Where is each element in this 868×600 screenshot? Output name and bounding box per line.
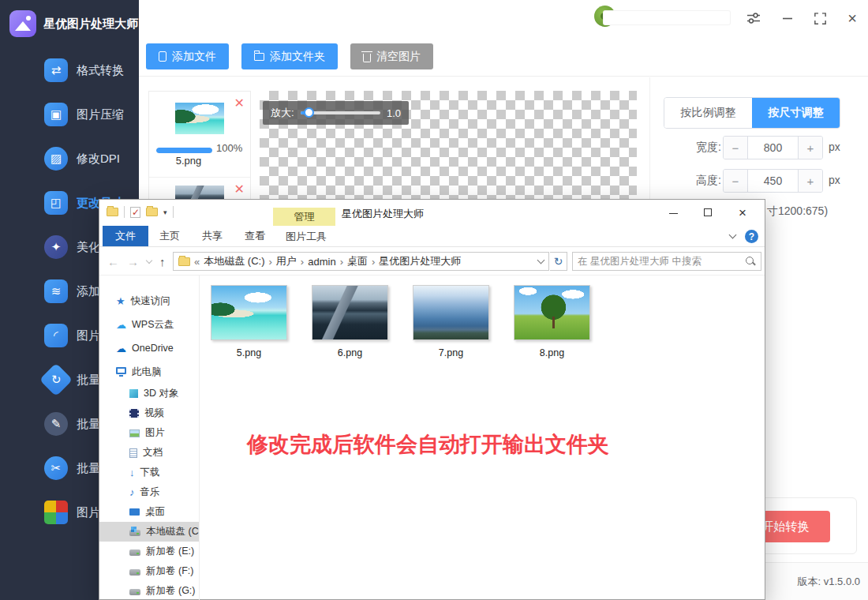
- add-folder-label: 添加文件夹: [270, 50, 325, 64]
- file-tile-7png[interactable]: 7.png: [413, 285, 489, 358]
- explorer-close-icon[interactable]: ×: [725, 205, 760, 221]
- breadcrumb-prefix: «: [194, 256, 200, 268]
- list-item[interactable]: ✕ 100% 5.png: [149, 92, 250, 177]
- tab-size-resize[interactable]: 按尺寸调整: [752, 98, 840, 128]
- history-dropdown-icon[interactable]: [146, 257, 152, 263]
- image-compress-icon: ▣: [44, 103, 68, 126]
- ribbon-collapse-icon[interactable]: [729, 231, 737, 239]
- back-arrow-icon[interactable]: ←: [107, 255, 119, 268]
- remove-image-icon[interactable]: ✕: [234, 98, 245, 109]
- tab-view[interactable]: 查看: [234, 226, 276, 246]
- documents-icon: [129, 448, 137, 458]
- folder-icon[interactable]: [107, 208, 118, 216]
- close-icon[interactable]: ×: [847, 10, 857, 26]
- maximize-icon[interactable]: [814, 10, 826, 26]
- batch-crop-icon: ✂: [44, 456, 68, 480]
- clear-images-button[interactable]: 清空图片: [350, 43, 433, 69]
- sidebar-item-format-convert[interactable]: ⇄ 格式转换: [0, 48, 139, 92]
- zoom-label: 放大:: [271, 106, 294, 120]
- zoom-slider-handle[interactable]: [304, 107, 314, 118]
- breadcrumb-item[interactable]: 星优图片处理大师: [379, 254, 461, 268]
- width-plus-button[interactable]: +: [798, 137, 822, 159]
- nav-this-pc[interactable]: 此电脑: [99, 360, 199, 384]
- trash-icon: [363, 54, 371, 62]
- folder-icon: [178, 257, 190, 266]
- breadcrumb[interactable]: « 本地磁盘 (C:) › 用户 › admin › 桌面 › 星优图片处理大师: [173, 252, 549, 271]
- quick-access-star-icon: ★: [116, 295, 125, 307]
- address-dropdown-icon[interactable]: [537, 256, 545, 264]
- nav-local-disk-c[interactable]: 本地磁盘 (C:: [99, 522, 199, 542]
- explorer-window-title: 星优图片处理大师: [342, 207, 424, 221]
- nav-quick-access[interactable]: ★快速访问: [99, 289, 199, 313]
- up-arrow-icon[interactable]: ↑: [159, 255, 166, 268]
- music-icon: ♪: [129, 486, 135, 498]
- nav-volume-g[interactable]: 新加卷 (G:): [99, 581, 199, 600]
- file-tile-6png[interactable]: 6.png: [312, 285, 388, 358]
- batch-rotate-icon: ↻: [39, 363, 73, 396]
- nav-onedrive[interactable]: ☁OneDrive: [99, 336, 199, 360]
- window-controls: ×: [746, 10, 857, 26]
- manage-contextual-tab[interactable]: 管理: [273, 208, 335, 226]
- file-name: 8.png: [514, 347, 590, 358]
- explorer-titlebar[interactable]: ▾ 管理 星优图片处理大师 ×: [99, 200, 765, 226]
- sidebar-item-image-compress[interactable]: ▣ 图片压缩: [0, 92, 139, 137]
- nav-documents[interactable]: 文档: [99, 443, 199, 463]
- watermark-icon: ≋: [44, 279, 68, 303]
- sidebar-item-modify-dpi[interactable]: ▨ 修改DPI: [0, 137, 139, 181]
- file-name: 7.png: [413, 347, 489, 358]
- nav-videos[interactable]: 视频: [99, 403, 199, 423]
- breadcrumb-item[interactable]: 桌面: [347, 254, 368, 268]
- minimize-icon[interactable]: [782, 10, 793, 26]
- breadcrumb-item[interactable]: admin: [308, 256, 335, 268]
- explorer-minimize-icon[interactable]: [656, 207, 690, 219]
- nav-volume-f[interactable]: 新加卷 (F:): [99, 561, 199, 581]
- zoom-slider[interactable]: [301, 111, 380, 114]
- file-tile-8png[interactable]: 8.png: [514, 285, 590, 358]
- nav-desktop[interactable]: 桌面: [99, 502, 199, 522]
- image-stitch-icon: [44, 501, 68, 524]
- breadcrumb-item[interactable]: 用户: [276, 254, 297, 268]
- tab-ratio-resize[interactable]: 按比例调整: [664, 98, 752, 128]
- width-input[interactable]: [748, 137, 798, 159]
- toolbar-dropdown-icon[interactable]: ▾: [163, 208, 167, 216]
- folder-icon[interactable]: [146, 208, 158, 216]
- file-tile-5png[interactable]: 5.png: [211, 285, 287, 358]
- help-icon[interactable]: ?: [745, 230, 758, 243]
- properties-check-icon[interactable]: [130, 207, 140, 218]
- tab-home[interactable]: 主页: [148, 226, 191, 246]
- tab-share[interactable]: 共享: [191, 226, 234, 246]
- tab-file[interactable]: 文件: [103, 226, 148, 246]
- file-explorer-window: ▾ 管理 星优图片处理大师 × 文件 主页 共享 查看 图片工具 ? ←: [99, 199, 765, 600]
- nav-volume-e[interactable]: 新加卷 (E:): [99, 542, 199, 561]
- add-file-button[interactable]: 添加文件: [146, 43, 229, 69]
- add-folder-button[interactable]: 添加文件夹: [241, 43, 338, 69]
- modify-dpi-icon: ▨: [44, 147, 68, 171]
- nav-3d-objects[interactable]: 3D 对象: [99, 384, 199, 403]
- 3d-objects-icon: [129, 389, 138, 398]
- search-icon[interactable]: [744, 255, 757, 268]
- tab-picture-tools[interactable]: 图片工具: [275, 226, 338, 247]
- settings-sliders-icon[interactable]: [746, 10, 761, 26]
- nav-pictures[interactable]: 图片: [99, 423, 199, 443]
- nav-music[interactable]: ♪音乐: [99, 482, 199, 502]
- progress-percent: 100%: [216, 142, 242, 154]
- drive-icon: [129, 569, 140, 576]
- auto-open-output-note: 修改完成后软件会自动打开输出文件夹: [247, 430, 609, 459]
- nav-wps-cloud[interactable]: ☁WPS云盘: [99, 313, 199, 336]
- remove-image-icon[interactable]: ✕: [234, 184, 245, 195]
- height-input[interactable]: [748, 170, 798, 192]
- file-thumbnail: [413, 285, 489, 340]
- width-minus-button[interactable]: −: [724, 137, 748, 159]
- image-thumbnail: [175, 103, 224, 134]
- height-plus-button[interactable]: +: [798, 170, 822, 192]
- explorer-window-controls: ×: [656, 200, 760, 226]
- height-minus-button[interactable]: −: [724, 170, 748, 192]
- drive-icon: [129, 589, 140, 595]
- nav-downloads[interactable]: ↓下载: [99, 463, 199, 482]
- forward-arrow-icon[interactable]: →: [127, 255, 139, 268]
- explorer-maximize-icon[interactable]: [690, 207, 725, 219]
- refresh-icon[interactable]: ↻: [550, 252, 567, 271]
- search-input[interactable]: [573, 256, 744, 267]
- image-filename: 5.png: [149, 155, 228, 167]
- breadcrumb-item[interactable]: 本地磁盘 (C:): [204, 254, 264, 268]
